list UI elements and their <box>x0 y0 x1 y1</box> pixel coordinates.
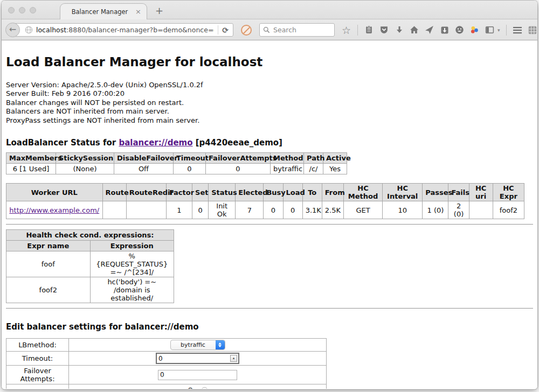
col-hc-interval: HC Interval <box>383 184 423 201</box>
cell-route <box>102 201 126 219</box>
timeout-input[interactable] <box>156 353 239 364</box>
health-table-title: Health check cond. expressions: <box>6 230 174 241</box>
table-row: foof2 hc('body') =~ /domain is establish… <box>6 277 174 303</box>
col-method: Method <box>271 153 304 164</box>
health-check-expressions-table: Health check cond. expressions: Expr nam… <box>6 229 174 303</box>
col-hc-uri: HC uri <box>469 184 493 201</box>
url-path: :8880/balancer-manager?b=demo&nonce=decc… <box>66 26 214 34</box>
sidebar-caret-icon[interactable]: ▾ <box>497 27 500 33</box>
cell-disablefailover: Off <box>114 164 174 174</box>
cell-hc-method: GET <box>343 201 382 219</box>
back-button[interactable]: ← <box>5 23 20 37</box>
new-tab-button[interactable]: + <box>155 5 163 16</box>
col-active: Active <box>323 153 347 164</box>
reading-list-icon[interactable] <box>364 25 374 35</box>
navigation-toolbar: ← localhost:8880/balancer-manager?b=demo… <box>2 19 537 40</box>
col-hc-method: HC Method <box>343 184 382 201</box>
reload-icon[interactable]: ⟳ <box>222 26 229 34</box>
table-row: foof %{REQUEST_STATUS} =~ /^[234]/ <box>6 251 174 277</box>
search-input[interactable]: Search <box>273 26 296 34</box>
pocket-icon[interactable] <box>379 25 389 35</box>
page-title: Load Balancer Manager for localhost <box>6 55 533 69</box>
feedback-smiley-icon[interactable] <box>454 25 465 35</box>
home-icon[interactable] <box>409 25 419 35</box>
col-maxmembers: MaxMembers <box>6 153 56 164</box>
close-window-button[interactable] <box>8 7 15 13</box>
url-text[interactable]: localhost:8880/balancer-manager?b=demo&n… <box>36 26 214 34</box>
col-routeredir: RouteRedir <box>126 184 166 201</box>
form-row-lbmethod: LBmethod: bytraffic <box>6 339 327 352</box>
sidebar-toggle-icon[interactable] <box>485 25 495 35</box>
colored-dots-extension-icon[interactable] <box>469 25 480 35</box>
form-row-timeout: Timeout: ▴ <box>6 352 327 366</box>
col-expression: Expression <box>90 241 174 251</box>
browser-tab[interactable]: Balancer Manager × <box>60 3 147 20</box>
col-timeout: Timeout <box>174 153 206 164</box>
cell-load: 0 <box>283 201 302 219</box>
cell-expression: hc('body') =~ /domain is established/ <box>90 277 174 303</box>
disable-failover-on-radio[interactable] <box>201 387 208 389</box>
cell-busy: 0 <box>264 201 283 219</box>
cell-from: 2.5K <box>322 201 343 219</box>
site-identity-globe-icon[interactable] <box>25 26 33 34</box>
edit-balancer-heading: Edit balancer settings for balancer://de… <box>6 322 533 332</box>
cell-set: 0 <box>192 201 209 219</box>
col-route: Route <box>102 184 126 201</box>
table-header-row: MaxMembers StickySession DisableFailover… <box>6 153 347 164</box>
tab-close-icon[interactable]: × <box>135 8 141 16</box>
window-controls[interactable] <box>8 7 36 13</box>
cell-factor: 1 <box>166 201 192 219</box>
table-row: 6 [1 Used] (None) Off 0 0 bytraffic /c/ … <box>6 164 347 174</box>
save-page-icon[interactable] <box>439 25 450 35</box>
menu-hamburger-icon[interactable] <box>513 25 523 35</box>
worker-url-link[interactable]: http://www.example.com/ <box>9 206 99 214</box>
failover-attempts-input[interactable] <box>158 370 237 380</box>
lbmethod-select[interactable]: bytraffic <box>170 340 225 350</box>
tab-title: Balancer Manager <box>72 8 128 16</box>
cell-path: /c/ <box>304 164 323 174</box>
cell-passes: 1 (0) <box>423 201 448 219</box>
bookmark-star-icon[interactable]: ☆ <box>341 25 351 35</box>
cell-maxmembers: 6 [1 Used] <box>6 164 56 174</box>
col-disablefailover: DisableFailover <box>114 153 174 164</box>
persist-notice-line: Balancer changes will NOT be persisted o… <box>6 99 533 107</box>
disable-failover-label: Disable Failover: <box>6 384 69 389</box>
cell-active: Yes <box>323 164 347 174</box>
titlebar: Balancer Manager × + <box>2 1 537 19</box>
col-expr-name: Expr name <box>6 241 91 251</box>
col-elected: Elected <box>236 184 264 201</box>
loadbalancer-status-heading: LoadBalancer Status for balancer://demo … <box>6 138 533 148</box>
number-spinner-icon[interactable]: ▴ <box>230 355 237 362</box>
edit-balancer-form: LBmethod: bytraffic Timeout: ▴ <box>6 338 327 389</box>
proxypass-notice-line: ProxyPass settings are NOT inherited fro… <box>6 116 533 125</box>
content-blocked-icon[interactable] <box>241 25 252 36</box>
balancer-demo-link[interactable]: balancer://demo <box>119 138 192 148</box>
balancer-status-table: MaxMembers StickySession DisableFailover… <box>6 152 347 174</box>
col-status: Status <box>209 184 236 201</box>
cell-expr-name: foof2 <box>6 277 91 303</box>
browser-window: Balancer Manager × + ← localhost:8880/ba… <box>2 1 537 389</box>
downloads-icon[interactable] <box>394 25 404 35</box>
minimize-window-button[interactable] <box>19 7 25 13</box>
cell-status: Init Ok <box>209 201 236 219</box>
form-row-failover-attempts: Failover Attempts: <box>6 366 327 384</box>
radio-on-label: On <box>188 386 197 389</box>
search-bar[interactable]: Search <box>259 23 335 37</box>
send-tab-icon[interactable] <box>424 25 434 35</box>
col-stickysession: StickySession <box>56 153 114 164</box>
cell-stickysession: (None) <box>56 164 114 174</box>
server-info: Server Version: Apache/2.5.0-dev (Unix) … <box>6 81 533 125</box>
url-bar[interactable]: localhost:8880/balancer-manager?b=demo&n… <box>13 23 233 37</box>
server-built-line: Server Built: Feb 9 2016 07:00:20 <box>6 89 533 98</box>
cell-hc-interval: 10 <box>383 201 423 219</box>
col-busy: Busy <box>264 184 283 201</box>
col-factor: Factor <box>166 184 192 201</box>
col-load: Load <box>283 184 302 201</box>
cell-method: bytraffic <box>271 164 304 174</box>
cell-fails: 2 (0) <box>448 201 469 219</box>
table-header-row: Expr name Expression <box>6 241 174 251</box>
col-path: Path <box>304 153 323 164</box>
url-host: localhost <box>36 26 66 34</box>
zoom-window-button[interactable] <box>30 7 36 13</box>
tile-grid-extension-icon[interactable] <box>528 25 537 35</box>
